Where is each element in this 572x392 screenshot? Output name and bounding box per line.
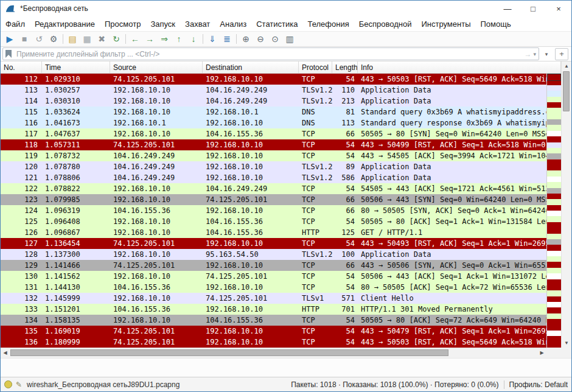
filter-history-chevron-icon[interactable]: ▾	[533, 51, 536, 57]
column-header-destination[interactable]: Destination	[203, 61, 299, 73]
save-file-icon[interactable]: ▦	[80, 32, 94, 46]
autoscroll-icon[interactable]: ⇓	[205, 32, 220, 46]
menu-file[interactable]: Файл	[1, 19, 30, 29]
horizontal-scrollbar[interactable]: ◀ ▶	[1, 348, 546, 358]
vertical-scroll-thumb[interactable]	[563, 71, 570, 111]
packet-row[interactable]: 1201.078780104.16.249.249192.168.10.10TL…	[1, 161, 546, 172]
column-header-protocol[interactable]: Protocol	[299, 61, 332, 73]
cell-protocol: TLSv1.2	[299, 96, 332, 107]
packet-row[interactable]: 1271.13645474.125.205.101192.168.10.10TC…	[1, 238, 546, 249]
packet-row[interactable]: 1121.02931074.125.205.101192.168.10.10TC…	[1, 74, 546, 85]
packet-row[interactable]: 1191.078732104.16.249.249192.168.10.10TC…	[1, 150, 546, 161]
packet-row[interactable]: 1291.14146674.125.205.101192.168.10.10TC…	[1, 260, 546, 271]
cell-info: Application Data	[358, 85, 546, 96]
open-file-icon[interactable]: ▤	[65, 32, 80, 46]
menu-edit[interactable]: Редактирование	[30, 19, 100, 29]
menu-capture[interactable]: Захват	[180, 19, 215, 29]
filter-bookmark-icon[interactable]	[5, 50, 12, 58]
column-header-source[interactable]: Source	[110, 61, 203, 73]
scroll-left-icon[interactable]: ◀	[1, 348, 10, 358]
cell-length: 66	[332, 205, 358, 216]
zoom-out-icon[interactable]: ⊖	[253, 32, 268, 46]
packet-row[interactable]: 1261.096867192.168.10.10104.16.155.36HTT…	[1, 227, 546, 238]
packet-row[interactable]: 1221.078822192.168.10.10104.16.249.249TC…	[1, 183, 546, 194]
minimap-viewport-indicator	[547, 74, 561, 81]
scroll-down-icon[interactable]: ▼	[562, 338, 571, 348]
packet-row[interactable]: 1181.05731174.125.205.101192.168.10.10TC…	[1, 139, 546, 150]
packet-row[interactable]: 1241.096319104.16.155.36192.168.10.10TCP…	[1, 205, 546, 216]
packet-minimap[interactable]	[546, 74, 561, 348]
cell-protocol: TCP	[299, 282, 332, 293]
packet-row[interactable]: 1211.078806104.16.249.249192.168.10.10TL…	[1, 172, 546, 183]
apply-filter-icon[interactable]: →	[524, 50, 531, 58]
packet-row[interactable]: 1161.041673192.168.10.1192.168.10.10DNS1…	[1, 117, 546, 128]
menu-help[interactable]: Помощь	[476, 19, 516, 29]
column-header-time[interactable]: Time	[42, 61, 110, 73]
maximize-button[interactable]: □	[520, 1, 546, 16]
zoom-reset-icon[interactable]: ⊙	[268, 32, 282, 46]
menu-view[interactable]: Просмотр	[100, 19, 145, 29]
close-file-icon[interactable]: ✖	[94, 32, 109, 46]
packet-row[interactable]: 1151.033624192.168.10.10192.168.10.1DNS8…	[1, 107, 546, 117]
capture-options-icon[interactable]: ⚙	[46, 32, 61, 46]
capture-comment-icon[interactable]: ✎	[16, 380, 22, 389]
cell-info: 50505 → 80 [ACK] Seq=1 Ack=1 Win=131584 …	[358, 216, 546, 227]
menu-analyze[interactable]: Анализ	[215, 19, 251, 29]
start-capture-icon[interactable]: ▶	[2, 32, 17, 46]
menu-go[interactable]: Запуск	[145, 19, 180, 29]
cell-source: 74.125.205.101	[110, 260, 203, 271]
horizontal-scroll-thumb[interactable]	[10, 349, 448, 356]
minimap-stripe	[547, 325, 561, 331]
packet-row[interactable]: 1281.137300192.168.10.1095.163.54.50TLSv…	[1, 249, 546, 260]
minimap-stripe	[547, 102, 561, 108]
colorize-icon[interactable]: ≣	[220, 32, 234, 46]
minimize-button[interactable]: —	[495, 1, 520, 16]
go-first-icon[interactable]: ↑	[172, 32, 186, 46]
packet-row[interactable]: 1311.144130104.16.155.36192.168.10.10TCP…	[1, 282, 546, 293]
cell-source: 192.168.10.1	[110, 117, 203, 128]
packet-row[interactable]: 1251.096408192.168.10.10104.16.155.36TCP…	[1, 216, 546, 227]
go-forward-icon[interactable]: →	[142, 32, 157, 46]
packet-row[interactable]: 1231.079985192.168.10.1074.125.205.101TC…	[1, 194, 546, 205]
filter-expression-dropdown-icon[interactable]: ▾	[542, 51, 551, 57]
go-to-packet-icon[interactable]: ⇒	[157, 32, 172, 46]
vertical-scrollbar[interactable]: ▲ ▼	[561, 61, 571, 348]
minimap-stripe	[547, 342, 561, 348]
scroll-right-icon[interactable]: ▶	[537, 348, 546, 358]
menu-telephony[interactable]: Телефония	[302, 19, 354, 29]
cell-no: 116	[1, 117, 42, 128]
packet-row[interactable]: 1141.030310192.168.10.10104.16.249.249TL…	[1, 96, 546, 107]
go-last-icon[interactable]: ↓	[186, 32, 201, 46]
packet-row[interactable]: 1341.158135192.168.10.10104.16.155.36TCP…	[1, 315, 546, 326]
cell-protocol: TCP	[299, 150, 332, 161]
menu-statistics[interactable]: Статистика	[251, 19, 302, 29]
cell-time: 1.079985	[42, 194, 110, 205]
column-header-no[interactable]: No.	[1, 61, 42, 73]
restart-capture-icon[interactable]: ↺	[32, 32, 46, 46]
go-back-icon[interactable]: ←	[128, 32, 142, 46]
close-button[interactable]: ×	[546, 1, 571, 16]
reload-icon[interactable]: ↻	[109, 32, 124, 46]
menu-wireless[interactable]: Беспроводной	[354, 19, 417, 29]
packet-row[interactable]: 1361.18099974.125.205.101192.168.10.10TC…	[1, 337, 546, 348]
packet-row[interactable]: 1171.047637192.168.10.10104.16.155.36TCP…	[1, 128, 546, 139]
resize-columns-icon[interactable]: ▥	[282, 32, 297, 46]
column-header-length[interactable]: Length	[332, 61, 358, 73]
stop-capture-icon[interactable]: ■	[17, 32, 32, 46]
packet-row[interactable]: 1321.145999192.168.10.1074.125.205.101TL…	[1, 293, 546, 304]
menu-tools[interactable]: Инструменты	[416, 19, 475, 29]
display-filter-input[interactable]	[15, 49, 522, 59]
expert-info-icon[interactable]	[4, 380, 12, 388]
column-header-info[interactable]: Info	[358, 61, 561, 73]
packet-row[interactable]: 1351.16901974.125.205.101192.168.10.10TC…	[1, 326, 546, 337]
add-filter-button[interactable]: +	[555, 48, 568, 60]
profile-label[interactable]: Профиль: Default	[509, 380, 568, 389]
zoom-in-icon[interactable]: ⊕	[239, 32, 253, 46]
packet-row[interactable]: 1331.151201104.16.155.36192.168.10.10HTT…	[1, 304, 546, 315]
cell-protocol: TLSv1.2	[299, 161, 332, 172]
cell-protocol: TCP	[299, 139, 332, 150]
scroll-up-icon[interactable]: ▲	[562, 61, 571, 71]
cell-destination: 192.168.10.10	[203, 139, 299, 150]
packet-row[interactable]: 1131.030257192.168.10.10104.16.249.249TL…	[1, 85, 546, 96]
packet-row[interactable]: 1301.141562192.168.10.1074.125.205.101TC…	[1, 271, 546, 282]
